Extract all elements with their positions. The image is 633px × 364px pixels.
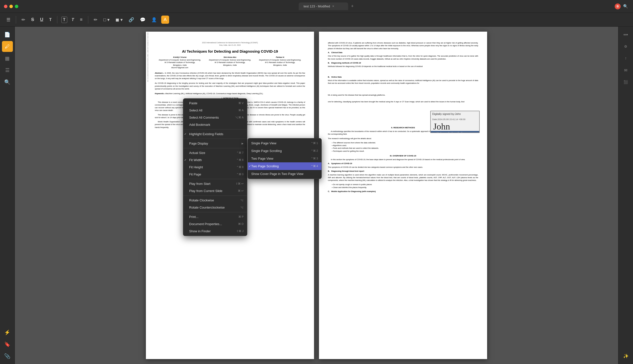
menu-separator-1 xyxy=(183,129,247,130)
signature-bar: Modern methods medical image so... xyxy=(431,131,479,133)
titlebar: test 123 - Modified ✕ + B 🔍 xyxy=(0,0,633,13)
sidebar-annotation-icon[interactable]: 🖊 xyxy=(2,41,13,52)
tab-close-button[interactable]: ✕ xyxy=(332,5,334,8)
menu-item-select-all-comments-shortcut: ⌥⌘ A xyxy=(235,116,244,119)
menu-item-actual-size[interactable]: Actual Size ⌃⌘ 7 xyxy=(183,149,247,156)
submenu-two-page-view-label: Two Page View xyxy=(251,157,273,160)
magic-panel-icon[interactable]: ✨ xyxy=(620,351,631,362)
section-a2-title: A. Symptoms of COVID-19 xyxy=(328,162,478,165)
titlebar-search-icon[interactable]: 🔍 xyxy=(623,4,628,9)
sidebar-layers-icon[interactable]: ⚡ xyxy=(2,327,13,338)
menu-item-print[interactable]: Print... ⌘ P xyxy=(183,213,247,220)
minimize-button[interactable] xyxy=(10,5,13,8)
sidebar-toggle-icon[interactable]: ☰ xyxy=(5,16,12,24)
menu-item-add-bookmark-label: Add Bookmark xyxy=(187,123,244,126)
sidebar-document-icon[interactable]: 📄 xyxy=(2,29,13,40)
toolbar-separator-1 xyxy=(16,16,16,24)
menu-item-fit-height-shortcut: ⌃⌘ 8 xyxy=(236,166,244,169)
pdf-page-right: affected with COVID-19 virus, if patient… xyxy=(319,32,487,359)
submenu-single-page-view-label: Single Page View xyxy=(251,141,276,145)
page-display-submenu-arrow: ▶ xyxy=(242,142,244,145)
comment-tool-icon[interactable]: 💬 xyxy=(139,16,147,24)
share-panel-icon[interactable]: ↑ xyxy=(620,53,631,64)
submenu-single-page-view[interactable]: Single Page View ⌃⌘ 1 xyxy=(248,139,321,147)
tab-document[interactable]: test 123 - Modified ✕ xyxy=(299,2,348,10)
redact-panel-icon[interactable]: ⬛ xyxy=(620,76,631,88)
maximize-button[interactable] xyxy=(15,5,18,8)
online-data-text: Most of the information is available onl… xyxy=(328,79,478,85)
menu-item-rotate-cw-label: Rotate Clockwise xyxy=(187,198,238,202)
menu-item-page-display[interactable]: Page Display ▶ xyxy=(183,140,247,147)
left-sidebar: 📄 🖊 ▦ ☰ 🔍 ⚡ 🔖 📎 xyxy=(0,27,15,364)
submenu-single-page-scrolling[interactable]: Single Page Scrolling ⌃⌘ 2 xyxy=(248,147,321,155)
pencil-tool-icon[interactable]: ✏ xyxy=(92,16,99,24)
menu-item-show-finder[interactable]: Show in Finder ⇧⌘ J xyxy=(183,228,247,235)
doi-text: DOI: 10.1109/ICONAT53423.2022.9726325 | … xyxy=(147,32,149,82)
menu-item-fit-height[interactable]: Fit Height ⌃⌘ 8 xyxy=(183,164,247,171)
underline-tool-icon[interactable]: U xyxy=(39,16,45,24)
menu-item-play-start[interactable]: Play from Start ⇧⌘ ↩ xyxy=(183,180,247,187)
menu-item-show-finder-shortcut: ⇧⌘ J xyxy=(236,230,244,233)
menu-item-rotate-cw[interactable]: Rotate Clockwise ⌥ xyxy=(183,197,247,204)
menu-item-highlight-fields[interactable]: Highlight Existing Fields xyxy=(183,130,247,138)
signature-info: Digitally signed by:John xyxy=(431,111,479,117)
submenu-two-page-view[interactable]: Two Page View ⌃⌘ 3 xyxy=(248,155,321,162)
menu-item-play-start-shortcut: ⇧⌘ ↩ xyxy=(236,182,244,185)
menu-item-play-current[interactable]: Play from Current Slide ⌘ ↩ xyxy=(183,187,247,194)
menu-separator-6 xyxy=(183,212,247,212)
menu-item-select-all-comments[interactable]: Select All Comments ⌥⌘ A xyxy=(183,114,247,121)
person-tool-icon[interactable]: 👤 xyxy=(150,16,158,24)
menu-item-rotate-ccw[interactable]: Rotate Counterclockwise ⌥ xyxy=(183,204,247,211)
menu-item-select-all-shortcut: ⌘ A xyxy=(238,109,244,112)
link-tool-icon[interactable]: 🔗 xyxy=(127,16,136,24)
highlight-tool-icon[interactable]: ✏ xyxy=(20,16,27,24)
sidebar-outline-icon[interactable]: ☰ xyxy=(2,65,13,76)
section-b3-title: B. Diagnosing through blood test report xyxy=(328,170,478,173)
text-tool-icon[interactable]: T xyxy=(48,16,53,24)
sidebar-search-icon[interactable]: 🔍 xyxy=(2,76,13,88)
authors-section: Kshitij C Kurne Department of Computer S… xyxy=(155,56,305,69)
ml-text: ML is being used for the disease that ha… xyxy=(328,94,478,96)
menu-item-select-all[interactable]: Select All ⌘ A xyxy=(183,107,247,114)
menu-item-doc-props[interactable]: Document Properties... ⌘ D xyxy=(183,220,247,228)
submenu-single-page-scrolling-label: Single Page Scrolling xyxy=(251,149,282,153)
stamp-tool-icon[interactable]: ◼ ▾ xyxy=(114,16,124,24)
menu-item-add-bookmark[interactable]: Add Bookmark xyxy=(183,121,247,128)
menu-item-fit-height-label: Fit Height xyxy=(187,165,234,169)
submenu-show-cover-page[interactable]: Show Cover Page in Two Page View xyxy=(248,170,321,178)
menu-separator-5 xyxy=(183,196,247,196)
mail-panel-icon[interactable]: ✉ xyxy=(620,65,631,76)
strikethrough-tool-icon[interactable]: S xyxy=(30,16,36,24)
compress-panel-icon[interactable]: ⚙ xyxy=(620,41,631,52)
menu-separator-4 xyxy=(183,179,247,179)
right-sidebar: OCR ⚙ ↑ ✉ ⬛ ✨ xyxy=(618,27,633,364)
menu-separator-3 xyxy=(183,148,247,148)
color-fill-tool-icon[interactable]: A xyxy=(161,16,169,24)
menu-item-paste[interactable]: Paste ⌘ V xyxy=(183,100,247,107)
sidebar-bookmark-icon[interactable]: 🔖 xyxy=(2,339,13,350)
pdf-container: DOI: 10.1109/ICONAT53423.2022.9726325 | … xyxy=(15,27,618,364)
list-tool-icon[interactable]: ≡ xyxy=(78,16,84,24)
main-content-area: DOI: 10.1109/ICONAT53423.2022.9726325 | … xyxy=(15,27,618,364)
menu-item-rotate-ccw-shortcut: ⌥ xyxy=(240,206,244,209)
menu-item-play-current-shortcut: ⌘ ↩ xyxy=(238,189,244,192)
sidebar-thumbnail-icon[interactable]: ▦ xyxy=(2,53,13,64)
text-box-icon[interactable]: T xyxy=(61,16,67,23)
menu-item-fit-width[interactable]: Fit Width ⌃⌘ 8 xyxy=(183,156,247,164)
text-callout-icon[interactable]: T xyxy=(70,16,76,24)
menu-item-highlight-fields-label: Highlight Existing Fields xyxy=(187,132,244,136)
research-list-intro: The research methodology will give the d… xyxy=(328,137,478,140)
tab-bar: test 123 - Modified ✕ + xyxy=(23,2,629,10)
submenu-two-page-scrolling[interactable]: Two Page Scrolling ⌃⌘ 4 xyxy=(248,162,321,170)
signature-date: Date:2024.05.08 15:41:14 +08:00 xyxy=(431,117,479,122)
close-button[interactable] xyxy=(4,5,8,8)
menu-item-fit-page[interactable]: Fit Page ⌃⌘ 0 xyxy=(183,171,247,178)
toolbar-separator-3 xyxy=(88,16,88,24)
sidebar-paperclip-icon[interactable]: 📎 xyxy=(2,351,13,362)
author-2: Sini Anna Alex Department of Computer Sc… xyxy=(207,56,252,69)
menu-item-rotate-cw-shortcut: ⌥ xyxy=(240,199,244,202)
section-a-title: A. Clinical Data xyxy=(328,52,478,54)
new-tab-button[interactable]: + xyxy=(351,4,354,9)
ocr-panel-icon[interactable]: OCR xyxy=(620,29,631,40)
shape-tool-icon[interactable]: □ ▾ xyxy=(102,16,111,24)
